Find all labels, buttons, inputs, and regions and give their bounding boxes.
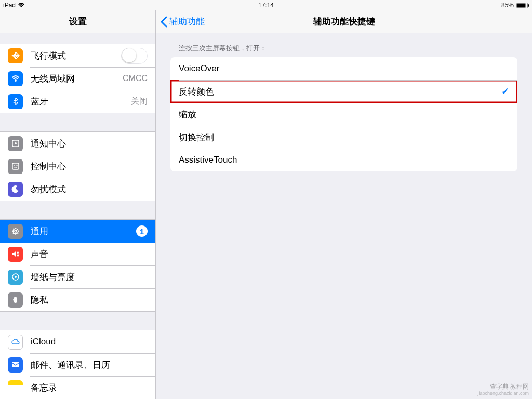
- sound-icon: [8, 247, 23, 262]
- status-bar: iPad 17:14 85%: [0, 0, 532, 10]
- sidebar-item-wallpaper[interactable]: 墙纸与亮度: [0, 265, 155, 288]
- wifi-icon: [18, 3, 25, 8]
- sidebar-item-notes[interactable]: 备忘录: [0, 376, 155, 399]
- row-label: 飞行模式: [31, 50, 121, 62]
- row-label: iCloud: [31, 337, 148, 347]
- airplane-icon: [8, 48, 23, 63]
- row-label: 墙纸与亮度: [31, 271, 148, 283]
- watermark: 查字典 教程网 jiaocheng.chazidian.com: [477, 383, 529, 397]
- row-label: 控制中心: [31, 161, 148, 172]
- option-label: 反转颜色: [179, 86, 214, 98]
- watermark-line1: 查字典 教程网: [477, 383, 529, 391]
- svg-point-4: [15, 142, 17, 144]
- mail-icon: [8, 357, 23, 373]
- row-label: 蓝牙: [31, 96, 131, 108]
- option-voiceover[interactable]: VoiceOver: [170, 57, 517, 80]
- cloud-icon: [8, 335, 23, 350]
- sidebar-item-mail[interactable]: 邮件、通讯录、日历: [0, 353, 155, 376]
- watermark-line2: jiaocheng.chazidian.com: [477, 391, 529, 397]
- row-label: 无线局域网: [31, 73, 123, 85]
- sidebar-item-privacy[interactable]: 隐私: [0, 288, 155, 311]
- option-assistivetouch[interactable]: AssistiveTouch: [170, 149, 517, 171]
- option-label: AssistiveTouch: [179, 155, 237, 165]
- wallpaper-icon: [8, 270, 23, 285]
- device-label: iPad: [3, 2, 16, 9]
- bluetooth-icon: [8, 94, 23, 109]
- checkmark-icon: ✓: [501, 86, 509, 97]
- row-label: 备忘录: [31, 382, 148, 394]
- chevron-left-icon: [160, 16, 167, 28]
- moon-icon: [8, 182, 23, 197]
- row-label: 邮件、通讯录、日历: [31, 359, 148, 371]
- back-label: 辅助功能: [169, 16, 205, 28]
- sidebar-item-general[interactable]: 通用 1: [0, 220, 155, 243]
- main-panel: 辅助功能 辅助功能快捷键 连按三次主屏幕按钮，打开： VoiceOver 反转颜…: [156, 10, 532, 399]
- sidebar-item-sounds[interactable]: 声音: [0, 243, 155, 265]
- sidebar-item-airplane[interactable]: 飞行模式: [0, 44, 155, 67]
- row-label: 声音: [31, 248, 148, 260]
- wifi-icon: [8, 71, 23, 86]
- row-value: 关闭: [131, 96, 148, 107]
- option-label: 缩放: [179, 109, 196, 121]
- battery-icon: [516, 3, 529, 8]
- sidebar-item-bluetooth[interactable]: 蓝牙 关闭: [0, 90, 155, 113]
- svg-point-9: [15, 230, 17, 232]
- options-list: VoiceOver 反转颜色 ✓ 缩放 切换控制 AssistiveTouch: [170, 57, 517, 171]
- section-header: 连按三次主屏幕按钮，打开：: [170, 33, 517, 57]
- sidebar-item-wifi[interactable]: 无线局域网 CMCC: [0, 67, 155, 90]
- svg-rect-2: [528, 4, 529, 7]
- sidebar-title: 设置: [0, 10, 155, 33]
- sidebar-item-notifications[interactable]: 通知中心: [0, 132, 155, 155]
- notes-icon: [8, 380, 23, 395]
- sidebar: 设置 飞行模式 无线局域网 CMCC 蓝牙 关闭: [0, 10, 156, 399]
- back-button[interactable]: 辅助功能: [160, 16, 205, 28]
- svg-point-6: [14, 165, 15, 166]
- main-title: 辅助功能快捷键: [313, 16, 375, 28]
- option-label: VoiceOver: [179, 63, 219, 74]
- row-label: 勿扰模式: [31, 183, 148, 195]
- option-label: 切换控制: [179, 131, 214, 143]
- row-label: 通用: [31, 225, 136, 237]
- svg-rect-5: [12, 163, 19, 169]
- option-switch-control[interactable]: 切换控制: [170, 126, 517, 149]
- option-zoom[interactable]: 缩放: [170, 103, 517, 126]
- badge: 1: [136, 225, 148, 237]
- svg-point-11: [15, 276, 17, 278]
- gear-icon: [8, 224, 23, 239]
- status-time: 17:14: [258, 2, 274, 9]
- svg-rect-1: [517, 3, 526, 7]
- sidebar-item-icloud[interactable]: iCloud: [0, 330, 155, 353]
- sidebar-item-dnd[interactable]: 勿扰模式: [0, 178, 155, 201]
- hand-icon: [8, 292, 23, 308]
- svg-rect-12: [12, 362, 19, 367]
- row-value: CMCC: [123, 74, 148, 83]
- sidebar-item-control-center[interactable]: 控制中心: [0, 155, 155, 178]
- row-label: 通知中心: [31, 138, 148, 150]
- svg-point-7: [16, 167, 17, 168]
- airplane-toggle[interactable]: [121, 48, 148, 64]
- main-header: 辅助功能 辅助功能快捷键: [156, 10, 532, 33]
- notifications-icon: [8, 136, 23, 151]
- control-center-icon: [8, 159, 23, 174]
- option-invert-colors[interactable]: 反转颜色 ✓: [170, 80, 517, 103]
- row-label: 隐私: [31, 294, 148, 306]
- battery-percent: 85%: [501, 2, 514, 9]
